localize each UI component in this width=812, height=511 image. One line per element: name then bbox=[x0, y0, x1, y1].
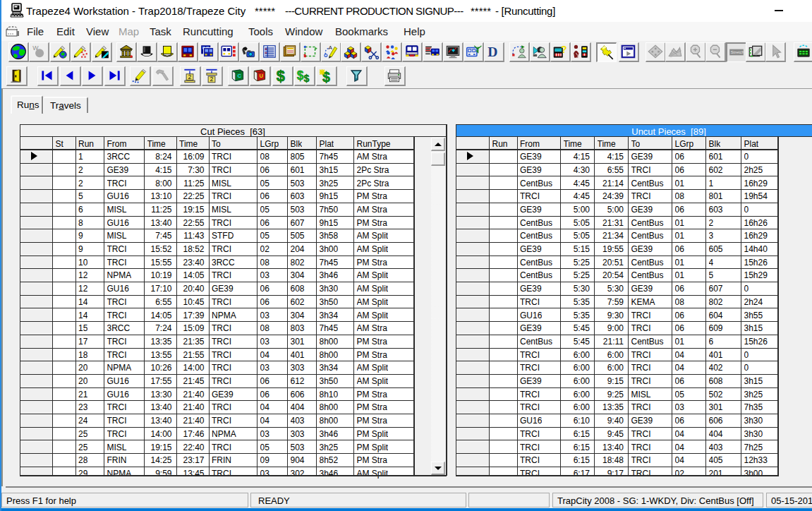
svg-text:Stretch: Stretch bbox=[730, 50, 744, 54]
svg-text:?: ? bbox=[561, 44, 567, 55]
svg-text:$: $ bbox=[303, 73, 309, 84]
svg-text:D: D bbox=[487, 44, 497, 59]
svg-text:A: A bbox=[328, 44, 332, 51]
svg-text:$: $ bbox=[296, 68, 303, 83]
svg-text:U: U bbox=[259, 73, 263, 79]
svg-text:2: 2 bbox=[210, 76, 213, 83]
svg-text:C: C bbox=[237, 73, 241, 79]
svg-text:$: $ bbox=[276, 67, 284, 85]
svg-text:2: 2 bbox=[188, 73, 191, 80]
